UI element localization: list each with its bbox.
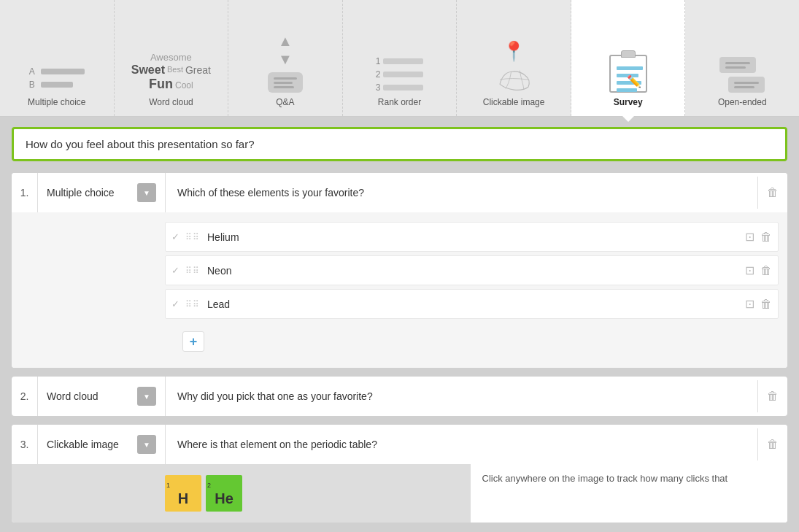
- survey-title[interactable]: How do you feel about this presentation …: [12, 127, 787, 161]
- answer-drag-helium: ⠿⠿: [185, 232, 200, 242]
- nav-item-multiple-choice[interactable]: A B Multiple choice: [0, 0, 115, 116]
- trash-icon-3: 🗑: [767, 438, 779, 451]
- answer-check-lead: ✓: [171, 298, 180, 309]
- plus-icon: +: [190, 334, 198, 350]
- question-type-label-3: Clickable image: [47, 439, 119, 450]
- rank-order-icon: 1 2 3: [376, 56, 424, 93]
- answers-area-1: ✓ ⠿⠿ Helium ⊡ 🗑 ✓ ⠿⠿ Neon ⊡ 🗑 ✓ ⠿⠿ Lead …: [12, 212, 787, 368]
- question-section-1: 1. Multiple choice ▼ Which of these elem…: [12, 173, 787, 368]
- ci-hint-text: Click anywhere on the image to track how…: [471, 464, 788, 523]
- qa-icon: ▲ ▼: [268, 33, 303, 93]
- answer-del-helium[interactable]: 🗑: [760, 231, 772, 244]
- nav-label-rank-order: Rank order: [378, 97, 421, 107]
- question-section-3: 3. Clickable image ▼ Where is that eleme…: [12, 425, 787, 523]
- answer-row-helium: ✓ ⠿⠿ Helium ⊡ 🗑: [165, 222, 779, 252]
- answer-row-neon: ✓ ⠿⠿ Neon ⊡ 🗑: [165, 255, 779, 285]
- multiple-choice-icon: A B: [29, 66, 85, 90]
- question-row-2: 2. Word cloud ▼ Why did you pick that on…: [12, 377, 787, 416]
- question-number-2: 2.: [12, 377, 38, 416]
- survey-icon: ✏️: [609, 50, 647, 93]
- type-dropdown-2[interactable]: ▼: [137, 387, 156, 406]
- nav-label-survey: Survey: [614, 97, 643, 107]
- answer-text-helium[interactable]: Helium: [207, 231, 745, 243]
- nav-label-clickable-image: Clickable image: [483, 97, 545, 107]
- dropdown-arrow-icon-1: ▼: [143, 189, 150, 197]
- nav-label-word-cloud: Word cloud: [149, 97, 193, 107]
- answer-del-lead[interactable]: 🗑: [760, 298, 772, 311]
- delete-question-1[interactable]: 🗑: [758, 176, 787, 209]
- question-section-2: 2. Word cloud ▼ Why did you pick that on…: [12, 377, 787, 416]
- delete-question-3[interactable]: 🗑: [758, 428, 787, 461]
- nav-item-word-cloud[interactable]: Awesome Sweet Best Great Fun Cool Word c…: [115, 0, 229, 116]
- question-number-1: 1.: [12, 173, 38, 212]
- question-text-1[interactable]: Which of these elements is your favorite…: [166, 177, 758, 209]
- question-number-3: 3.: [12, 425, 38, 464]
- nav-label-multiple-choice: Multiple choice: [28, 97, 85, 107]
- dropdown-arrow-icon-2: ▼: [143, 393, 150, 401]
- answer-drag-lead: ⠿⠿: [185, 299, 200, 309]
- answer-check-helium: ✓: [171, 231, 180, 242]
- nav-label-qa: Q&A: [276, 97, 294, 107]
- question-row-3: 3. Clickable image ▼ Where is that eleme…: [12, 425, 787, 464]
- dropdown-arrow-icon-3: ▼: [143, 441, 150, 449]
- nav-item-open-ended[interactable]: Open-ended: [685, 0, 799, 116]
- answer-text-neon[interactable]: Neon: [207, 265, 745, 277]
- add-answer-button[interactable]: +: [182, 331, 204, 352]
- answer-del-neon[interactable]: 🗑: [760, 264, 772, 277]
- nav-label-open-ended: Open-ended: [718, 97, 767, 107]
- type-dropdown-1[interactable]: ▼: [137, 183, 156, 202]
- question-type-3[interactable]: Clickable image ▼: [38, 425, 166, 464]
- nav-item-clickable-image[interactable]: 📍 Clickable image: [457, 0, 571, 116]
- question-type-2[interactable]: Word cloud ▼: [38, 377, 166, 416]
- nav-item-qa[interactable]: ▲ ▼ Q&A: [228, 0, 343, 116]
- question-text-2[interactable]: Why did you pick that one as your favori…: [166, 380, 758, 412]
- trash-icon-2: 🗑: [767, 390, 779, 403]
- answer-text-lead[interactable]: Lead: [207, 298, 745, 310]
- question-text-3[interactable]: Where is that element on the periodic ta…: [166, 428, 758, 460]
- nav-item-survey[interactable]: ✏️ Survey: [571, 0, 686, 116]
- question-row-1: 1. Multiple choice ▼ Which of these elem…: [12, 173, 787, 212]
- delete-question-2[interactable]: 🗑: [758, 379, 787, 413]
- answer-img-helium[interactable]: ⊡: [745, 230, 754, 244]
- question-type-label-1: Multiple choice: [47, 187, 115, 198]
- nav-item-rank-order[interactable]: 1 2 3 Rank order: [343, 0, 458, 116]
- answer-drag-neon: ⠿⠿: [185, 266, 200, 276]
- answer-img-lead[interactable]: ⊡: [745, 297, 754, 311]
- question-type-label-2: Word cloud: [47, 390, 99, 402]
- clickable-image-area: 1 H 2 He Click anywhere on the image to …: [12, 464, 787, 523]
- answer-check-neon: ✓: [171, 265, 180, 276]
- word-cloud-icon: Awesome Sweet Best Great Fun Cool: [131, 52, 211, 93]
- question-type-1[interactable]: Multiple choice ▼: [38, 173, 166, 212]
- main-content: How do you feel about this presentation …: [0, 117, 799, 532]
- answer-row-lead: ✓ ⠿⠿ Lead ⊡ 🗑: [165, 289, 779, 319]
- answer-img-neon[interactable]: ⊡: [745, 263, 754, 277]
- open-ended-icon: [719, 57, 765, 93]
- clickable-image-icon: 📍: [494, 40, 534, 93]
- trash-icon-1: 🗑: [767, 186, 779, 199]
- top-nav: A B Multiple choice Awesome Sweet Best G…: [0, 0, 799, 117]
- type-dropdown-3[interactable]: ▼: [137, 435, 156, 454]
